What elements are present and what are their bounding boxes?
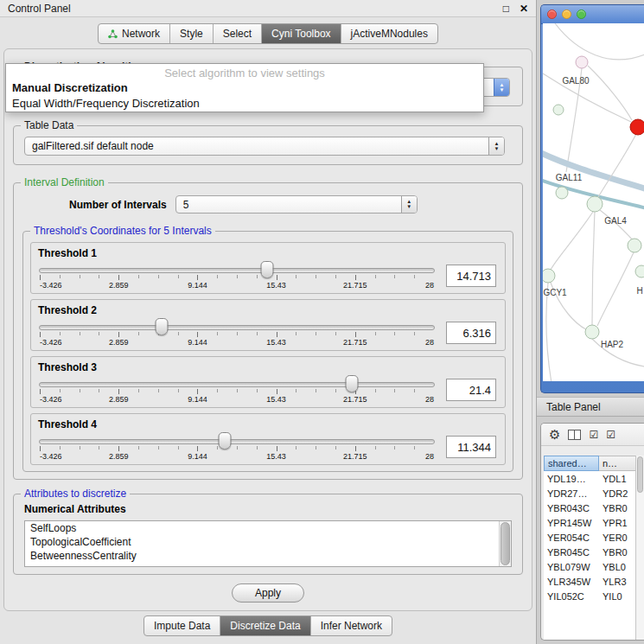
table-row[interactable]: YDL19…YDL1 (544, 471, 636, 486)
network-node[interactable] (628, 239, 641, 252)
table-data-legend: Table Data (21, 119, 77, 131)
table-cell[interactable]: YBL0 (599, 562, 636, 572)
network-node[interactable] (587, 196, 603, 212)
tab-style[interactable]: Style (170, 24, 214, 43)
table-row[interactable]: YBL079WYBL0 (544, 559, 636, 574)
threshold-4-thumb[interactable] (219, 432, 232, 450)
threshold-3-value-input[interactable] (446, 379, 496, 401)
attribute-item-selfloops[interactable]: SelfLoops (25, 521, 511, 535)
column-header-shared-name[interactable]: shared… (544, 456, 599, 471)
slider-track[interactable] (39, 325, 435, 330)
threshold-3-slider[interactable]: -3.4262.8599.14415.4321.71528 (38, 374, 436, 405)
threshold-2-value-input[interactable] (446, 322, 496, 344)
tab-impute-data[interactable]: Impute Data (144, 616, 220, 635)
combo-stepper-icon[interactable]: ▲▼ (488, 137, 504, 155)
table-row[interactable]: YBR045CYBR0 (544, 545, 636, 559)
table-cell[interactable]: YDL1 (599, 474, 636, 484)
attribute-item-topologicalcoefficient[interactable]: TopologicalCoefficient (25, 535, 511, 549)
table-row[interactable]: YIL052CYIL0 (544, 589, 636, 603)
column-header-name[interactable]: n… (599, 456, 636, 471)
table-cell[interactable]: YER054C (544, 532, 599, 543)
tab-discretize-data[interactable]: Discretize Data (220, 616, 310, 635)
table-cell[interactable]: YDR27… (544, 488, 599, 499)
table-cell[interactable]: YPR1 (599, 518, 636, 528)
dropdown-option-manual-discretization[interactable]: Manual Discretization (6, 80, 483, 96)
table-cell[interactable]: YLR3 (599, 577, 636, 587)
list-scrollbar-thumb[interactable] (501, 522, 510, 565)
threshold-2-slider[interactable]: -3.4262.8599.14415.4321.71528 (38, 317, 436, 348)
apply-button[interactable]: Apply (232, 583, 304, 603)
table-cell[interactable]: YBR043C (544, 503, 599, 513)
tab-label: Network (122, 28, 160, 40)
table-cell[interactable]: YPR145W (544, 518, 599, 528)
network-node[interactable] (585, 325, 599, 339)
tab-cyni-toolbox[interactable]: Cyni Toolbox (262, 24, 341, 43)
table-scrollbar[interactable] (635, 456, 644, 640)
threshold-4-slider[interactable]: -3.4262.8599.14415.4321.71528 (38, 431, 436, 462)
close-traffic-light-icon[interactable] (547, 10, 557, 19)
threshold-4-value-input[interactable] (446, 436, 496, 458)
threshold-2-thumb[interactable] (155, 318, 168, 335)
num-intervals-combobox[interactable]: 5 ▲▼ (175, 195, 418, 214)
table-cell[interactable]: YBL079W (544, 562, 599, 572)
table-cell[interactable]: YLR345W (544, 577, 599, 587)
table-cell[interactable]: YBR045C (544, 547, 599, 558)
list-scrollbar[interactable] (499, 521, 511, 566)
numerical-attributes-list[interactable]: SelfLoopsTopologicalCoefficientBetweenne… (24, 520, 512, 567)
network-node[interactable] (543, 269, 555, 283)
table-data-combobox[interactable]: galFiltered.sif default node ▲▼ (24, 137, 505, 156)
threshold-1-value-input[interactable] (446, 265, 496, 287)
table-row[interactable]: YER054CYER0 (544, 530, 636, 545)
attribute-item-betweennesscentrality[interactable]: BetweennessCentrality (25, 549, 511, 563)
network-icon (108, 29, 118, 39)
settings-gear-icon[interactable]: ⚙ (549, 428, 560, 441)
network-node[interactable] (556, 187, 568, 199)
network-node[interactable] (635, 265, 644, 277)
threshold-1-slider[interactable]: -3.4262.8599.14415.4321.71528 (38, 260, 436, 291)
table-row[interactable]: YPR145WYPR1 (544, 515, 636, 530)
select-all-checkbox-icon[interactable]: ☑ (589, 430, 598, 440)
table-scrollbar-thumb[interactable] (637, 456, 643, 493)
slider-track[interactable] (39, 439, 435, 444)
threshold-1-thumb[interactable] (261, 261, 274, 278)
table-row[interactable]: YDR27…YDR2 (544, 486, 636, 501)
table-cell[interactable]: YIL0 (599, 591, 636, 602)
minimize-traffic-light-icon[interactable] (562, 10, 571, 19)
table-cell[interactable]: YBR0 (599, 503, 636, 513)
slider-track[interactable] (39, 268, 435, 273)
tab-jactivemnodules[interactable]: jActiveMNodules (341, 24, 437, 43)
slider-track[interactable] (39, 382, 435, 387)
window-controls: □ ✕ (503, 3, 528, 15)
close-window-icon[interactable]: ✕ (520, 3, 528, 15)
scale-label: 15.43 (266, 338, 286, 347)
table-cell[interactable]: YDR2 (599, 488, 636, 499)
tab-network[interactable]: Network (99, 24, 170, 43)
table-cell[interactable]: YDL19… (544, 474, 599, 484)
scale-label: 15.43 (266, 281, 286, 290)
table-panel-header[interactable]: Table Panel (537, 397, 644, 417)
float-window-icon[interactable]: □ (503, 3, 509, 15)
node-label-gal4: GAL4 (604, 216, 627, 226)
network-window-titlebar[interactable] (541, 5, 644, 24)
table-cell[interactable]: YER0 (599, 532, 636, 543)
select-columns-checkbox-icon[interactable]: ☑ (606, 430, 615, 440)
control-panel-titlebar[interactable]: Control Panel □ ✕ (0, 0, 536, 17)
columns-icon[interactable] (568, 430, 581, 440)
network-node-selected[interactable] (630, 119, 644, 135)
tab-infer-network[interactable]: Infer Network (311, 616, 392, 635)
network-node[interactable] (576, 56, 588, 68)
table-cell[interactable]: YIL052C (544, 591, 599, 602)
table-row[interactable]: YLR345WYLR3 (544, 574, 636, 589)
tab-select[interactable]: Select (214, 24, 262, 43)
network-node[interactable] (553, 105, 564, 115)
zoom-traffic-light-icon[interactable] (577, 10, 586, 19)
network-canvas[interactable]: GAL80GAL11GAL4GCY1HAP2H (543, 23, 644, 381)
threshold-3-thumb[interactable] (346, 375, 359, 392)
interval-definition-legend: Interval Definition (21, 176, 108, 188)
dropdown-option-equal-width-frequency-discretization[interactable]: Equal Width/Frequency Discretization (6, 96, 483, 112)
combo-stepper-icon[interactable]: ▲▼ (494, 79, 509, 96)
combo-stepper-icon[interactable]: ▲▼ (401, 196, 417, 213)
table-cell[interactable]: YBR0 (599, 547, 636, 558)
table-row[interactable]: YBR043CYBR0 (544, 501, 636, 515)
scale-label: -3.426 (40, 281, 62, 290)
